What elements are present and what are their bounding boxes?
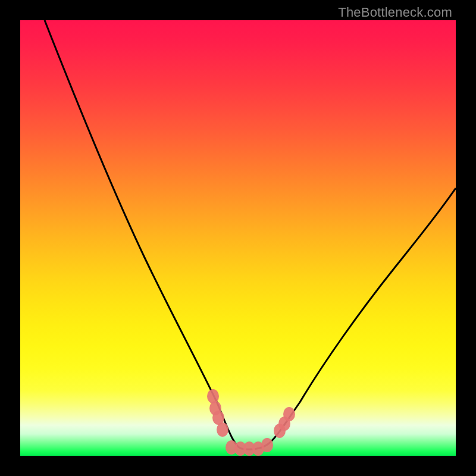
watermark-text: TheBottleneck.com bbox=[338, 5, 452, 20]
gradient-background bbox=[20, 20, 456, 456]
plot-area bbox=[20, 20, 456, 456]
